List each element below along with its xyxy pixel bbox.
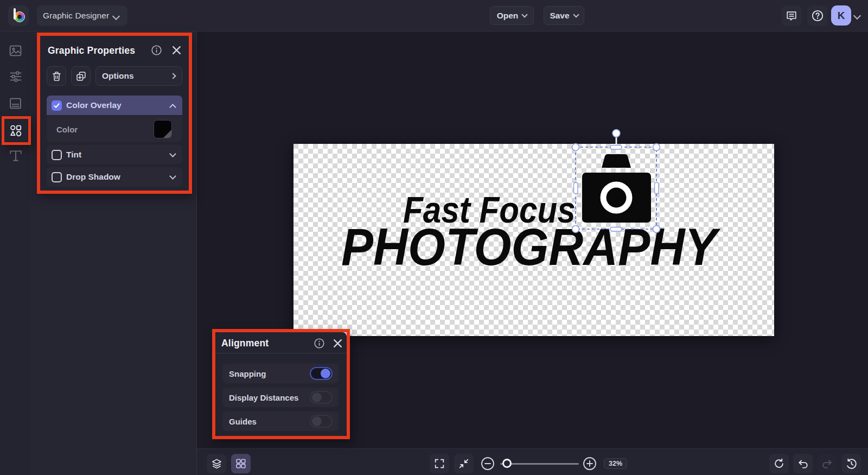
color-swatch[interactable] (154, 120, 172, 138)
resize-handle-se[interactable] (653, 226, 660, 233)
annotation-box-graphics-tool (2, 116, 31, 145)
resize-handle-e[interactable] (655, 182, 659, 194)
fit-screen-button[interactable] (454, 454, 474, 473)
tint-row[interactable]: Tint (47, 145, 182, 164)
app-mode-label: Graphic Designer (43, 11, 109, 21)
avatar[interactable]: K (831, 5, 851, 26)
layers-icon (210, 458, 223, 470)
color-overlay-checkbox[interactable] (52, 100, 62, 111)
color-overlay-label: Color Overlay (66, 100, 122, 110)
zoom-out-button[interactable] (478, 454, 497, 473)
toggle-knob (312, 392, 322, 402)
swatch-corner (163, 130, 171, 138)
close-icon[interactable] (331, 337, 344, 350)
snapping-label: Snapping (229, 369, 266, 378)
options-button[interactable]: Options (95, 66, 182, 86)
history-clock-icon (845, 458, 858, 470)
snapping-row: Snapping (222, 364, 339, 383)
reset-button[interactable] (769, 454, 789, 473)
sidebar-item-templates[interactable] (9, 96, 23, 110)
logo-colorwheel-icon (14, 11, 25, 22)
resize-handle-n[interactable] (610, 145, 622, 150)
toggle-knob (312, 416, 322, 426)
collapse-icon (458, 458, 470, 470)
account-chevron-icon[interactable] (853, 12, 861, 20)
guides-toggle[interactable] (310, 415, 333, 428)
redo-button[interactable] (817, 454, 837, 473)
save-label: Save (550, 11, 569, 21)
rotate-handle[interactable] (612, 130, 620, 137)
rotation-stem (616, 137, 617, 145)
drop-shadow-label: Drop Shadow (66, 172, 120, 182)
chevron-down-icon (573, 11, 579, 17)
duplicate-icon (75, 71, 87, 82)
grid-view-button[interactable] (231, 454, 251, 473)
top-bar: Graphic Designer Open Save K (0, 0, 868, 31)
history-button[interactable] (841, 454, 861, 473)
display-distances-row: Display Distances (222, 388, 339, 407)
avatar-initial: K (838, 10, 845, 22)
resize-handle-w[interactable] (574, 182, 578, 194)
chevron-up-icon[interactable] (169, 104, 176, 111)
fullscreen-icon (433, 458, 445, 470)
chevron-down-icon (112, 12, 120, 20)
graphic-properties-panel: Graphic Properties Options (40, 36, 189, 191)
help-button[interactable] (807, 5, 828, 26)
guides-label: Guides (229, 417, 257, 426)
info-icon[interactable] (150, 43, 163, 56)
drop-shadow-checkbox[interactable] (52, 172, 62, 182)
tint-checkbox[interactable] (52, 150, 62, 160)
camera-graphic[interactable] (582, 154, 651, 223)
close-icon[interactable] (170, 43, 183, 56)
chevron-down-icon[interactable] (169, 173, 176, 180)
tint-label: Tint (66, 150, 81, 160)
minus-circle-icon (481, 457, 495, 471)
sliders-icon (9, 69, 23, 84)
resize-handle-nw[interactable] (572, 144, 579, 151)
toggle-knob (321, 369, 330, 378)
logo-stem (14, 8, 16, 20)
delete-button[interactable] (47, 66, 66, 86)
save-button[interactable]: Save (544, 6, 584, 25)
question-icon (811, 9, 824, 22)
color-label: Color (56, 125, 78, 134)
plus-circle-icon (583, 457, 597, 471)
sidebar-item-edit[interactable] (9, 69, 23, 84)
chevron-right-icon (170, 73, 176, 79)
undo-icon (797, 458, 809, 470)
redo-icon (821, 458, 833, 470)
chevron-down-icon[interactable] (169, 150, 176, 157)
zoom-slider-track[interactable] (500, 463, 579, 465)
zoom-slider-knob[interactable] (502, 459, 512, 468)
feedback-button[interactable] (781, 5, 802, 26)
layers-button[interactable] (207, 454, 226, 473)
color-row: Color (47, 116, 182, 142)
zoom-level-badge[interactable]: 32% (604, 458, 627, 469)
panel-title: Graphic Properties (48, 45, 135, 56)
refresh-icon (773, 458, 785, 470)
alignment-panel: Alignment Snapping Display Distances Gui… (215, 332, 347, 436)
comment-icon (786, 10, 797, 22)
resize-handle-ne[interactable] (653, 144, 660, 151)
drop-shadow-row[interactable]: Drop Shadow (47, 167, 182, 187)
grid-icon (235, 458, 247, 470)
undo-button[interactable] (793, 454, 813, 473)
panel-title: Alignment (221, 338, 269, 349)
color-overlay-row[interactable]: Color Overlay (47, 96, 182, 115)
sidebar-item-images[interactable] (9, 43, 23, 58)
snapping-toggle[interactable] (310, 367, 333, 380)
open-button[interactable]: Open (490, 6, 534, 25)
zoom-in-button[interactable] (580, 454, 599, 473)
display-distances-toggle[interactable] (310, 391, 333, 404)
duplicate-button[interactable] (71, 66, 91, 86)
info-icon[interactable] (312, 337, 326, 350)
resize-handle-s[interactable] (610, 227, 622, 232)
fullscreen-button[interactable] (430, 454, 449, 473)
sidebar-item-text[interactable] (9, 149, 23, 163)
befunky-logo[interactable] (8, 5, 29, 26)
image-icon (9, 44, 22, 58)
resize-handle-sw[interactable] (572, 226, 579, 233)
app-mode-dropdown[interactable]: Graphic Designer (37, 5, 127, 26)
bottom-bar: 32% (197, 448, 868, 475)
display-distances-label: Display Distances (229, 393, 298, 402)
